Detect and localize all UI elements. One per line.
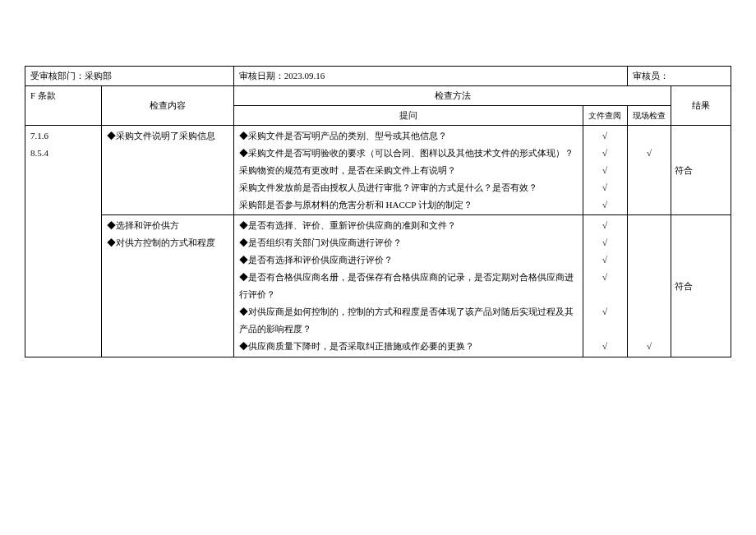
audit-date-cell: 审核日期：2023.09.16 [233, 67, 627, 86]
col-header-row-1: F 条款 检查内容 检查方法 结果 [25, 86, 731, 106]
audit-table: 受审核部门：采购部 审核日期：2023.09.16 审核员： F 条款 检查内容… [25, 66, 731, 357]
clause-cell: 7.1.6 8.5.4 [25, 126, 102, 357]
audit-table-wrapper: 受审核部门：采购部 审核日期：2023.09.16 审核员： F 条款 检查内容… [25, 66, 731, 357]
col-method: 检查方法 [233, 86, 671, 106]
result-cell-1: 符合 [671, 126, 731, 215]
col-result: 结果 [671, 86, 731, 126]
col-clause: F 条款 [25, 86, 102, 126]
header-row: 受审核部门：采购部 审核日期：2023.09.16 审核员： [25, 67, 731, 86]
site-ticks-2: √ [627, 215, 671, 357]
questions-cell-2: ◆是否有选择、评价、重新评价供应商的准则和文件？ ◆是否组织有关部门对供应商进行… [233, 215, 583, 357]
auditor-cell: 审核员： [627, 67, 731, 86]
section-1-row: 7.1.6 8.5.4 ◆采购文件说明了采购信息 ◆采购文件是否写明产品的类别、… [25, 126, 731, 215]
section-2-row: ◆选择和评价供方 ◆对供方控制的方式和程度 ◆是否有选择、评价、重新评价供应商的… [25, 215, 731, 357]
site-ticks-1: √ [627, 126, 671, 215]
col-site-check: 现场检查 [627, 106, 671, 126]
result-cell-2: 符合 [671, 215, 731, 357]
content-cell-2: ◆选择和评价供方 ◆对供方控制的方式和程度 [102, 215, 234, 357]
audited-dept-cell: 受审核部门：采购部 [25, 67, 234, 86]
col-doc-review: 文件查阅 [583, 106, 627, 126]
col-question: 提问 [233, 106, 583, 126]
content-cell-1: ◆采购文件说明了采购信息 [102, 126, 234, 215]
doc-ticks-2: √ √ √ √ √ √ [583, 215, 627, 357]
doc-ticks-1: √ √ √ √ √ [583, 126, 627, 215]
questions-cell-1: ◆采购文件是否写明产品的类别、型号或其他信息？ ◆采购文件是否写明验收的要求（可… [233, 126, 583, 215]
col-content: 检查内容 [102, 86, 234, 126]
